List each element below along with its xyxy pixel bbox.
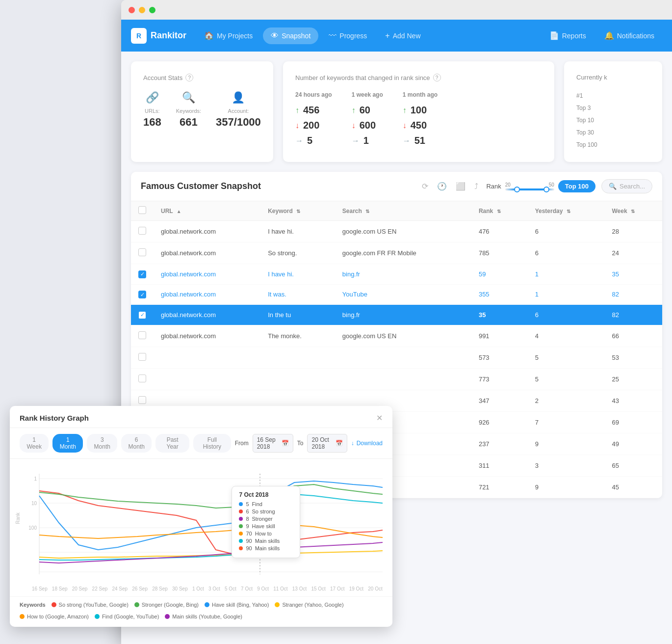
table-row[interactable]: ✓ global.network.com I have hi. bing.fr … xyxy=(131,264,662,285)
tooltip-dot-5 xyxy=(239,532,243,536)
tooltip-label-4: Have skill xyxy=(252,523,275,529)
to-date-input[interactable]: 20 Oct 2018 📅 xyxy=(307,434,347,453)
row-checkbox[interactable]: ✓ xyxy=(138,311,146,319)
row-keyword: It was. xyxy=(260,284,335,305)
user-icon: 👤 xyxy=(216,91,261,104)
period-full-history-btn[interactable]: Full History xyxy=(193,434,231,453)
nav-add-new[interactable]: + Add New xyxy=(377,27,428,44)
yesterday-header[interactable]: Yesterday ⇅ xyxy=(528,201,605,221)
row-yesterday: 2 xyxy=(528,390,605,411)
close-graph-button[interactable]: ✕ xyxy=(376,413,383,423)
url-header[interactable]: URL ▲ xyxy=(154,201,260,221)
row-checkbox-cell: ✓ xyxy=(131,305,154,325)
graph-controls: 1 Week 1 Month 3 Month 6 Month Past Year… xyxy=(10,428,392,459)
row-yesterday: 6 xyxy=(528,305,605,325)
account-stats-items: 🔗 URLs: 168 🔍 Keywords: 661 👤 Account: 3… xyxy=(143,91,261,129)
legend-so-strong-label: So strong (YouTube, Google) xyxy=(59,602,129,608)
row-search: google.com US EN xyxy=(335,221,471,242)
row-checkbox[interactable] xyxy=(138,227,146,235)
tooltip-rank-7: 90 xyxy=(246,545,252,551)
row-week: 66 xyxy=(604,325,662,347)
rank-slider-right-thumb[interactable] xyxy=(543,187,549,192)
search-header[interactable]: Search ⇅ xyxy=(335,201,471,221)
nav-notifications[interactable]: 🔔 Notifications xyxy=(596,27,662,44)
row-week: 49 xyxy=(604,433,662,455)
kw-1month-down: ↓ 450 xyxy=(403,120,438,131)
tooltip-rank-6: 90 xyxy=(246,538,252,544)
expand-icon[interactable]: ⬜ xyxy=(454,180,467,193)
period-1month-btn[interactable]: 1 Month xyxy=(52,434,83,453)
snapshot-actions: ⟳ 🕐 ⬜ ⤴ xyxy=(420,180,480,193)
top100-badge[interactable]: Top 100 xyxy=(558,180,595,192)
row-checkbox[interactable]: ✓ xyxy=(138,291,146,298)
nav-reports[interactable]: 📄 Reports xyxy=(542,27,594,44)
row-checkbox[interactable] xyxy=(138,353,146,361)
legend-dot-stranger xyxy=(275,602,280,607)
week-sort-icon: ⇅ xyxy=(631,209,635,214)
from-label: From xyxy=(235,440,249,447)
tooltip-dot-4 xyxy=(239,524,243,528)
minimize-button[interactable] xyxy=(139,7,145,13)
row-checkbox[interactable] xyxy=(138,248,146,256)
rank-slider-left-thumb[interactable] xyxy=(514,187,520,192)
rank-header[interactable]: Rank ⇅ xyxy=(471,201,528,221)
arrow-down-icon: ↓ xyxy=(295,121,299,130)
refresh-icon[interactable]: ⟳ xyxy=(420,180,430,193)
week-header[interactable]: Week ⇅ xyxy=(604,201,662,221)
row-yesterday: 5 xyxy=(528,368,605,390)
row-checkbox[interactable]: ✓ xyxy=(138,270,146,278)
close-button[interactable] xyxy=(129,7,135,13)
select-all-checkbox[interactable] xyxy=(138,206,146,214)
keyword-header[interactable]: Keyword ⇅ xyxy=(260,201,335,221)
clock-icon[interactable]: 🕐 xyxy=(435,180,449,193)
table-row[interactable]: ✓ global.network.com It was. YouTube 355… xyxy=(131,284,662,305)
rank-slider[interactable]: 20 50 xyxy=(505,182,554,190)
row-week: 69 xyxy=(604,411,662,433)
share-icon[interactable]: ⤴ xyxy=(472,180,480,193)
table-row[interactable]: global.network.com I have hi. google.com… xyxy=(131,221,662,242)
legend-dot-stronger xyxy=(134,602,139,607)
row-yesterday: 1 xyxy=(528,284,605,305)
rank-filter-label: Rank xyxy=(486,183,501,190)
nav-progress[interactable]: 〰 Progress xyxy=(321,27,375,44)
row-checkbox[interactable] xyxy=(138,375,146,382)
legend-so-strong: So strong (YouTube, Google) xyxy=(52,602,129,608)
table-row[interactable]: 573 5 53 xyxy=(131,347,662,368)
keywords-help-icon[interactable]: ? xyxy=(433,74,441,81)
currently-ranked-items: #1 Top 3 Top 10 Top 30 xyxy=(576,91,650,150)
table-row[interactable]: 773 5 25 xyxy=(131,368,662,390)
arrow-neutral-icon-2: → xyxy=(352,136,360,145)
row-rank: 785 xyxy=(471,242,528,264)
row-search: google.com US EN xyxy=(335,325,471,347)
search-box[interactable]: 🔍 Search... xyxy=(601,179,652,193)
row-checkbox[interactable] xyxy=(138,331,146,339)
table-row[interactable]: ✓ global.network.com In the tu bing.fr 3… xyxy=(131,305,662,325)
nav-snapshot[interactable]: 👁 Snapshot xyxy=(263,27,318,44)
table-row[interactable]: global.network.com So strong. google.com… xyxy=(131,242,662,264)
maximize-button[interactable] xyxy=(149,7,155,13)
account-help-icon[interactable]: ? xyxy=(185,74,193,81)
nav-reports-label: Reports xyxy=(562,32,586,40)
row-yesterday: 3 xyxy=(528,455,605,476)
kw-1week-neutral-value: 1 xyxy=(363,135,369,146)
from-date-input[interactable]: 16 Sep 2018 📅 xyxy=(253,434,293,453)
kw-1month-label: 1 month ago xyxy=(403,91,438,98)
tooltip-date: 7 Oct 2018 xyxy=(239,491,293,498)
url-sort-icon: ▲ xyxy=(177,209,181,214)
row-week: 53 xyxy=(604,347,662,368)
table-row[interactable]: global.network.com The monke. google.com… xyxy=(131,325,662,347)
row-keyword xyxy=(260,347,335,368)
row-url: global.network.com xyxy=(154,264,260,285)
download-btn[interactable]: ↓ Download xyxy=(351,440,383,447)
keyword-sort-icon: ⇅ xyxy=(296,209,300,214)
period-3month-btn[interactable]: 3 Month xyxy=(87,434,117,453)
period-6month-btn[interactable]: 6 Month xyxy=(121,434,152,453)
chart-tooltip: 7 Oct 2018 5 Find 6 So strong 8 Stronger… xyxy=(232,486,300,558)
period-past-year-btn[interactable]: Past Year xyxy=(155,434,189,453)
nav-my-projects[interactable]: 🏠 My Projects xyxy=(196,27,260,44)
period-1week-btn[interactable]: 1 Week xyxy=(20,434,49,453)
row-checkbox[interactable] xyxy=(138,396,146,404)
tooltip-rank-2: 6 xyxy=(246,509,249,514)
url-icon: 🔗 xyxy=(143,91,161,104)
row-rank: 573 xyxy=(471,347,528,368)
